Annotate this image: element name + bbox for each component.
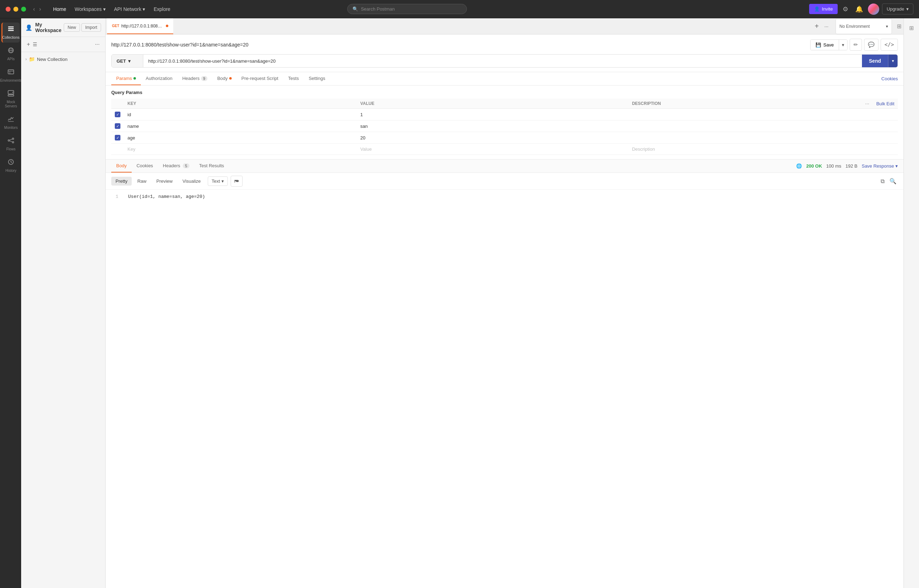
row1-extra — [873, 109, 898, 120]
format-tab-visualize[interactable]: Visualize — [178, 177, 205, 186]
maximize-button[interactable] — [21, 7, 26, 11]
sidebar-item-apis[interactable]: APIs — [2, 44, 20, 64]
row3-desc[interactable] — [628, 132, 862, 144]
grid-view-button[interactable]: ⊞ — [895, 18, 903, 34]
row2-desc[interactable] — [628, 120, 862, 132]
more-options-button[interactable]: ··· — [94, 40, 101, 49]
bulk-edit-button[interactable]: Bulk Edit — [876, 101, 894, 106]
tab-authorization[interactable]: Authorization — [141, 72, 178, 85]
request-url-bar: http://127.0.0.1:8080/test/show-user?id=… — [111, 39, 898, 51]
tab-request[interactable]: GET http://127.0.0.1:8080/te — [107, 18, 173, 34]
tab-body[interactable]: Body — [212, 72, 237, 85]
row2-value[interactable]: san — [357, 120, 628, 132]
nav-api-network[interactable]: API Network ▾ — [111, 4, 149, 14]
tab-params[interactable]: Params — [111, 72, 141, 85]
response-tab-headers[interactable]: Headers 5 — [158, 160, 194, 173]
row2-checkbox[interactable]: ✓ — [115, 123, 120, 129]
close-button[interactable] — [6, 7, 11, 11]
cookies-link[interactable]: Cookies — [881, 76, 898, 81]
th-checkbox — [111, 99, 124, 109]
row1-actions — [862, 109, 873, 120]
response-tab-body[interactable]: Body — [111, 160, 132, 173]
method-dropdown-icon: ▾ — [128, 58, 131, 64]
row2-key[interactable]: name — [124, 120, 357, 132]
settings-icon-button[interactable]: ⚙ — [840, 3, 850, 15]
row3-value[interactable]: 20 — [357, 132, 628, 144]
upgrade-button[interactable]: Upgrade ▾ — [882, 3, 913, 15]
response-area: Body Cookies Headers 5 Test Results 🌐 20… — [106, 159, 903, 588]
tab-more-button[interactable]: ··· — [823, 22, 830, 31]
collection-item-new[interactable]: › 📁 New Collection — [21, 53, 105, 65]
sidebar-item-history[interactable]: History — [2, 156, 20, 176]
send-dropdown-button[interactable]: ▾ — [888, 55, 898, 67]
row3-key[interactable]: age — [124, 132, 357, 144]
environment-selector[interactable]: No Environment ▾ — [835, 18, 892, 34]
save-dropdown-button[interactable]: ▾ — [839, 40, 847, 50]
format-tab-raw[interactable]: Raw — [133, 177, 151, 186]
row1-checkbox[interactable]: ✓ — [115, 111, 120, 117]
row1-key[interactable]: id — [124, 109, 357, 120]
add-collection-button[interactable]: + — [25, 40, 31, 49]
svg-point-13 — [8, 140, 10, 141]
sidebar-item-mock-servers[interactable]: Mock Servers — [2, 87, 20, 111]
invite-button[interactable]: 👤 Invite — [809, 4, 838, 14]
sidebar-item-environments[interactable]: Environments — [2, 66, 20, 86]
text-dropdown-chevron-icon: ▾ — [221, 179, 224, 184]
row1-value[interactable]: 1 — [357, 109, 628, 120]
response-status-bar: 🌐 200 OK 100 ms 192 B Save Response ▾ — [796, 163, 898, 169]
code-button[interactable]: </> — [880, 39, 898, 51]
notifications-button[interactable]: 🔔 — [853, 3, 865, 15]
sidebar-item-flows[interactable]: Flows — [2, 134, 20, 154]
import-button[interactable]: Import — [81, 23, 101, 32]
new-tab-button[interactable]: + — [813, 21, 820, 32]
save-button[interactable]: 💾 Save — [811, 40, 839, 50]
sidebar-label-mock-servers: Mock Servers — [4, 100, 18, 108]
nav-workspaces[interactable]: Workspaces ▾ — [71, 4, 109, 14]
copy-button[interactable]: ⧉ — [879, 176, 886, 186]
search-bar[interactable]: 🔍 Search Postman — [347, 4, 467, 14]
right-sidebar-layout-button[interactable]: ⊞ — [906, 22, 917, 34]
globe-icon-button[interactable]: 🌐 — [796, 163, 802, 169]
tab-headers[interactable]: Headers 9 — [178, 72, 212, 85]
minimize-button[interactable] — [13, 7, 18, 11]
search-in-response-button[interactable]: 🔍 — [888, 176, 898, 186]
title-bar-actions: 👤 Invite ⚙ 🔔 Upgrade ▾ — [809, 3, 913, 15]
filter-button[interactable]: ☰ — [31, 40, 39, 48]
status-ok-badge: 200 OK — [806, 163, 822, 169]
method-select[interactable]: GET ▾ — [111, 55, 143, 67]
tab-settings[interactable]: Settings — [304, 72, 330, 85]
empty-key[interactable]: Key — [124, 144, 357, 155]
sidebar-item-monitors[interactable]: Monitors — [2, 113, 20, 133]
nav-home[interactable]: Home — [50, 4, 70, 14]
save-icon: 💾 — [816, 42, 821, 47]
edit-button[interactable]: ✏ — [850, 39, 862, 51]
avatar[interactable] — [868, 3, 879, 15]
sidebar-item-collections[interactable]: Collections — [2, 23, 20, 43]
back-button[interactable]: ‹ — [32, 5, 36, 14]
send-button[interactable]: Send — [862, 55, 888, 67]
request-url-display: http://127.0.0.1:8080/test/show-user?id=… — [111, 42, 249, 47]
save-response-chevron-icon: ▾ — [895, 163, 898, 169]
row1-desc[interactable] — [628, 109, 862, 120]
url-input[interactable] — [143, 55, 862, 67]
table-more-button[interactable]: ··· — [865, 101, 869, 106]
svg-rect-1 — [8, 28, 14, 29]
response-tab-cookies[interactable]: Cookies — [132, 160, 158, 173]
tab-prerequest[interactable]: Pre-request Script — [237, 72, 283, 85]
nav-explore[interactable]: Explore — [150, 4, 174, 14]
new-button[interactable]: New — [64, 23, 80, 32]
wrap-button[interactable] — [231, 176, 242, 187]
save-response-button[interactable]: Save Response ▾ — [862, 163, 898, 169]
comment-button[interactable]: 💬 — [864, 39, 879, 51]
forward-button[interactable]: › — [38, 5, 42, 14]
row3-checkbox[interactable]: ✓ — [115, 135, 120, 141]
empty-value[interactable]: Value — [357, 144, 628, 155]
history-icon — [7, 158, 15, 167]
format-tab-pretty[interactable]: Pretty — [111, 177, 132, 186]
format-tab-preview[interactable]: Preview — [152, 177, 177, 186]
empty-desc[interactable]: Description — [628, 144, 862, 155]
tab-tests[interactable]: Tests — [283, 72, 304, 85]
response-tab-test-results[interactable]: Test Results — [194, 160, 229, 173]
svg-rect-2 — [8, 30, 14, 31]
text-type-dropdown[interactable]: Text ▾ — [208, 176, 228, 186]
